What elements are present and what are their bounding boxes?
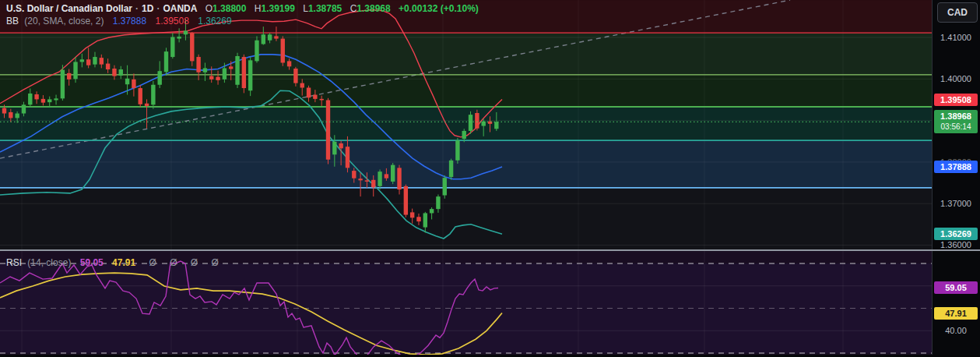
candle-body[interactable] — [170, 37, 174, 57]
candle-body[interactable] — [54, 98, 58, 100]
price-axis[interactable]: 1.410001.400001.380001.370001.3600040.00… — [932, 0, 980, 357]
candle-body[interactable] — [293, 69, 297, 83]
candle-body[interactable] — [371, 180, 375, 188]
candle-body[interactable] — [268, 34, 272, 40]
candle-body[interactable] — [404, 186, 408, 215]
axis-tick-label: 40.00 — [933, 325, 979, 336]
candle-body[interactable] — [22, 104, 26, 113]
symbol-title[interactable]: U.S. Dollar / Canadian Dollar — [6, 3, 132, 14]
candle-body[interactable] — [164, 51, 168, 72]
candle-body[interactable] — [281, 39, 285, 63]
candle-body[interactable] — [112, 69, 116, 76]
candle-body[interactable] — [352, 171, 356, 178]
candle-body[interactable] — [416, 217, 420, 221]
candle-body[interactable] — [229, 66, 233, 69]
candle-body[interactable] — [157, 71, 161, 85]
candle-body[interactable] — [125, 79, 129, 84]
close-label: C — [350, 3, 357, 14]
candle-body[interactable] — [436, 196, 440, 209]
exchange-label[interactable]: OANDA — [163, 3, 197, 14]
candle-body[interactable] — [332, 142, 336, 155]
interval-label[interactable]: 1D — [142, 3, 153, 14]
rsi-legend: RSI (14, close) 59.05 47.91 Ø Ø Ø Ø — [6, 256, 219, 269]
open-label: O — [205, 3, 213, 14]
candle-body[interactable] — [47, 99, 51, 102]
candle-body[interactable] — [106, 64, 110, 69]
candle-body[interactable] — [262, 34, 265, 44]
candle-body[interactable] — [184, 30, 188, 34]
candle-body[interactable] — [469, 115, 472, 131]
candle-body[interactable] — [93, 57, 97, 65]
candle-body[interactable] — [80, 59, 84, 62]
candle-body[interactable] — [300, 83, 304, 88]
change-value: +0.00132 (+0.10%) — [399, 3, 479, 14]
candle-body[interactable] — [346, 147, 349, 168]
rsi-hidden-plot-toggle[interactable]: Ø — [149, 257, 156, 268]
candle-body[interactable] — [358, 178, 362, 180]
rsi-value: 59.05 — [80, 257, 104, 268]
candle-body[interactable] — [365, 180, 369, 182]
candle-body[interactable] — [73, 62, 77, 79]
low-value: 1.38785 — [308, 3, 342, 14]
candle-body[interactable] — [9, 112, 12, 118]
rsi-hidden-plot-toggle[interactable]: Ø — [170, 257, 177, 268]
candle-body[interactable] — [61, 70, 65, 99]
price-pane-canvas[interactable] — [0, 0, 932, 249]
candle-body[interactable] — [196, 57, 200, 72]
candle-body[interactable] — [41, 99, 45, 103]
rsi-indicator-title[interactable]: RSI — [6, 257, 22, 268]
candle-body[interactable] — [378, 171, 381, 186]
candle-body[interactable] — [100, 58, 104, 65]
candle-body[interactable] — [449, 161, 453, 177]
candle-body[interactable] — [248, 60, 252, 90]
candle-body[interactable] — [235, 56, 239, 85]
open-value: 1.38800 — [213, 3, 246, 14]
candle-body[interactable] — [86, 59, 90, 65]
rsi-hidden-plot-toggle[interactable]: Ø — [212, 257, 219, 268]
candle-body[interactable] — [319, 99, 323, 101]
candle-body[interactable] — [443, 178, 447, 195]
candle-body[interactable] — [223, 68, 227, 79]
candle-body[interactable] — [34, 94, 38, 99]
bb-params: (20, SMA, close, 2) — [24, 16, 104, 27]
bb-indicator-title[interactable]: BB — [6, 16, 19, 27]
panel-separator[interactable] — [0, 249, 980, 251]
candle-body[interactable] — [385, 174, 388, 178]
currency-toggle-button[interactable]: CAD — [937, 2, 978, 23]
candle-body[interactable] — [313, 95, 317, 99]
candle-body[interactable] — [145, 104, 149, 106]
candle-body[interactable] — [15, 114, 19, 118]
axis-tick-label: 1.41000 — [933, 32, 979, 43]
candle-body[interactable] — [494, 122, 498, 129]
candle-body[interactable] — [455, 140, 459, 161]
rsi-params: (14, close) — [27, 257, 71, 268]
candle-body[interactable] — [209, 76, 213, 80]
candle-body[interactable] — [216, 77, 220, 80]
candle-body[interactable] — [391, 165, 395, 182]
candle-body[interactable] — [397, 168, 401, 189]
candle-body[interactable] — [190, 33, 194, 61]
candle-body[interactable] — [274, 36, 278, 38]
candle-body[interactable] — [430, 209, 434, 213]
candle-body[interactable] — [2, 108, 6, 114]
candle-body[interactable] — [132, 80, 135, 88]
candle-body[interactable] — [255, 41, 258, 62]
candle-body[interactable] — [119, 69, 123, 76]
candle-body[interactable] — [28, 94, 32, 104]
candle-body[interactable] — [423, 213, 427, 227]
candle-body[interactable] — [139, 88, 142, 104]
candle-body[interactable] — [307, 87, 311, 97]
candle-body[interactable] — [326, 100, 330, 159]
candle-body[interactable] — [203, 68, 207, 72]
candle-body[interactable] — [287, 61, 291, 66]
axis-tick-label: 1.37000 — [933, 198, 979, 209]
candle-body[interactable] — [339, 143, 342, 148]
rsi-hidden-plot-toggle[interactable]: Ø — [191, 257, 198, 268]
candle-body[interactable] — [462, 131, 466, 139]
candle-body[interactable] — [177, 37, 181, 39]
candle-body[interactable] — [475, 113, 479, 129]
candle-body[interactable] — [151, 85, 155, 105]
candle-body[interactable] — [242, 57, 246, 88]
candle-body[interactable] — [410, 212, 414, 217]
candle-body[interactable] — [67, 73, 71, 80]
